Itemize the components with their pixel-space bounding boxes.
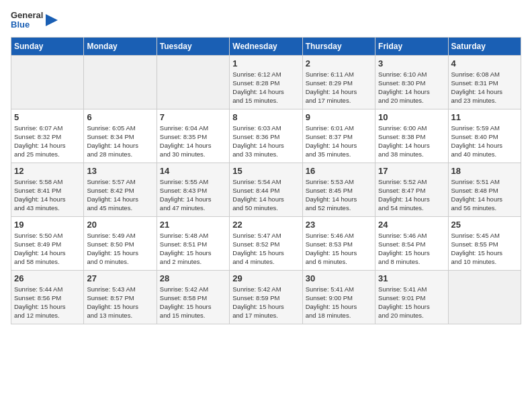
- cell-content: Sunrise: 5:59 AMSunset: 8:40 PMDaylight:…: [451, 124, 518, 159]
- day-number: 12: [14, 166, 81, 176]
- sunrise: Sunrise: 5:58 AM: [14, 178, 62, 185]
- sunset: Sunset: 8:45 PM: [306, 187, 353, 194]
- sunset: Sunset: 8:44 PM: [232, 187, 279, 194]
- calendar-cell: 26Sunrise: 5:44 AMSunset: 8:56 PMDayligh…: [11, 270, 84, 324]
- daylight-minutes: and 6 minutes.: [306, 258, 347, 265]
- cell-content: Sunrise: 5:54 AMSunset: 8:44 PMDaylight:…: [232, 177, 299, 213]
- sunset: Sunset: 8:42 PM: [87, 187, 134, 194]
- calendar-cell: 29Sunrise: 5:42 AMSunset: 8:59 PMDayligh…: [230, 270, 302, 324]
- daylight-label: Daylight: 14 hours: [232, 142, 284, 149]
- daylight-label: Daylight: 15 hours: [306, 249, 357, 257]
- cell-content: Sunrise: 6:05 AMSunset: 8:34 PMDaylight:…: [87, 124, 153, 159]
- day-number: 27: [87, 273, 153, 283]
- calendar-cell: 23Sunrise: 5:46 AMSunset: 8:53 PMDayligh…: [302, 216, 375, 270]
- sunrise: Sunrise: 6:07 AM: [14, 124, 62, 132]
- daylight-minutes: and 45 minutes.: [87, 204, 132, 212]
- day-number: 3: [378, 58, 445, 68]
- daylight-label: Daylight: 15 hours: [87, 303, 138, 310]
- daylight-label: Daylight: 14 hours: [14, 195, 66, 203]
- daylight-label: Daylight: 15 hours: [232, 303, 284, 310]
- daylight-minutes: and 23 minutes.: [451, 97, 497, 104]
- day-number: 24: [378, 220, 445, 230]
- cell-content: Sunrise: 5:44 AMSunset: 8:56 PMDaylight:…: [14, 285, 81, 320]
- cell-content: Sunrise: 5:47 AMSunset: 8:52 PMDaylight:…: [232, 231, 299, 267]
- sunset: Sunset: 8:58 PM: [160, 294, 207, 302]
- sunset: Sunset: 8:49 PM: [14, 240, 61, 248]
- cell-content: Sunrise: 6:04 AMSunset: 8:35 PMDaylight:…: [160, 124, 226, 159]
- sunrise: Sunrise: 5:46 AM: [378, 232, 427, 239]
- daylight-label: Daylight: 14 hours: [160, 142, 212, 149]
- daylight-minutes: and 0 minutes.: [87, 258, 128, 265]
- day-number: 28: [160, 273, 226, 283]
- cell-content: Sunrise: 5:53 AMSunset: 8:45 PMDaylight:…: [306, 177, 372, 213]
- cell-content: Sunrise: 6:08 AMSunset: 8:31 PMDaylight:…: [451, 70, 518, 105]
- daylight-label: Daylight: 14 hours: [160, 195, 212, 203]
- sunrise: Sunrise: 5:46 AM: [306, 232, 354, 239]
- day-header-monday: Monday: [84, 37, 157, 55]
- sunrise: Sunrise: 6:00 AM: [378, 124, 427, 132]
- logo-arrow-icon: [46, 14, 58, 26]
- svg-marker-0: [46, 14, 58, 26]
- daylight-minutes: and 56 minutes.: [451, 204, 497, 212]
- week-row-3: 12Sunrise: 5:58 AMSunset: 8:41 PMDayligh…: [11, 163, 521, 216]
- sunset: Sunset: 8:56 PM: [14, 294, 61, 302]
- calendar-cell: 4Sunrise: 6:08 AMSunset: 8:31 PMDaylight…: [448, 55, 521, 109]
- week-row-2: 5Sunrise: 6:07 AMSunset: 8:32 PMDaylight…: [11, 109, 521, 163]
- daylight-minutes: and 20 minutes.: [378, 97, 424, 104]
- sunset: Sunset: 8:38 PM: [378, 133, 425, 140]
- day-number: 4: [451, 58, 518, 68]
- daylight-minutes: and 38 minutes.: [378, 150, 424, 158]
- cell-content: Sunrise: 5:43 AMSunset: 8:57 PMDaylight:…: [87, 285, 153, 320]
- calendar-cell: 18Sunrise: 5:51 AMSunset: 8:48 PMDayligh…: [448, 163, 521, 216]
- sunrise: Sunrise: 6:10 AM: [378, 71, 427, 78]
- cell-content: Sunrise: 5:45 AMSunset: 8:55 PMDaylight:…: [451, 231, 518, 267]
- daylight-minutes: and 18 minutes.: [306, 312, 351, 319]
- sunset: Sunset: 8:59 PM: [232, 294, 279, 302]
- sunrise: Sunrise: 5:59 AM: [451, 124, 500, 132]
- daylight-label: Daylight: 14 hours: [14, 142, 66, 149]
- day-header-sunday: Sunday: [11, 37, 84, 55]
- calendar-cell: 14Sunrise: 5:55 AMSunset: 8:43 PMDayligh…: [157, 163, 229, 216]
- calendar-cell: 12Sunrise: 5:58 AMSunset: 8:41 PMDayligh…: [11, 163, 84, 216]
- daylight-label: Daylight: 14 hours: [306, 88, 357, 95]
- sunrise: Sunrise: 5:50 AM: [14, 232, 62, 239]
- cell-content: Sunrise: 6:07 AMSunset: 8:32 PMDaylight:…: [14, 124, 81, 159]
- cell-content: Sunrise: 5:50 AMSunset: 8:49 PMDaylight:…: [14, 231, 81, 267]
- sunset: Sunset: 8:51 PM: [160, 240, 207, 248]
- header-row: SundayMondayTuesdayWednesdayThursdayFrid…: [11, 37, 521, 55]
- sunset: Sunset: 8:35 PM: [160, 133, 207, 140]
- cell-content: Sunrise: 5:58 AMSunset: 8:41 PMDaylight:…: [14, 177, 81, 213]
- daylight-minutes: and 28 minutes.: [87, 150, 132, 158]
- sunrise: Sunrise: 5:49 AM: [87, 232, 135, 239]
- cell-content: Sunrise: 6:10 AMSunset: 8:30 PMDaylight:…: [378, 70, 445, 105]
- daylight-label: Daylight: 14 hours: [306, 195, 357, 203]
- daylight-label: Daylight: 15 hours: [160, 249, 212, 257]
- daylight-label: Daylight: 15 hours: [14, 303, 66, 310]
- daylight-label: Daylight: 15 hours: [378, 303, 430, 310]
- sunrise: Sunrise: 5:51 AM: [451, 178, 500, 185]
- day-header-tuesday: Tuesday: [157, 37, 229, 55]
- daylight-minutes: and 25 minutes.: [14, 150, 60, 158]
- daylight-minutes: and 8 minutes.: [378, 258, 420, 265]
- daylight-minutes: and 43 minutes.: [14, 204, 60, 212]
- daylight-label: Daylight: 14 hours: [14, 249, 66, 257]
- cell-content: Sunrise: 5:41 AMSunset: 9:01 PMDaylight:…: [378, 285, 445, 320]
- day-number: 18: [451, 166, 518, 176]
- day-number: 25: [451, 220, 518, 230]
- calendar-cell: 9Sunrise: 6:01 AMSunset: 8:37 PMDaylight…: [302, 109, 375, 163]
- sunrise: Sunrise: 6:11 AM: [306, 71, 354, 78]
- sunset: Sunset: 8:50 PM: [87, 240, 134, 248]
- sunrise: Sunrise: 5:42 AM: [232, 285, 281, 293]
- sunrise: Sunrise: 5:41 AM: [306, 285, 354, 293]
- daylight-label: Daylight: 15 hours: [306, 303, 357, 310]
- calendar-cell: 7Sunrise: 6:04 AMSunset: 8:35 PMDaylight…: [157, 109, 229, 163]
- daylight-label: Daylight: 14 hours: [306, 142, 357, 149]
- sunrise: Sunrise: 5:48 AM: [160, 232, 208, 239]
- daylight-label: Daylight: 14 hours: [378, 88, 430, 95]
- calendar-cell: 11Sunrise: 5:59 AMSunset: 8:40 PMDayligh…: [448, 109, 521, 163]
- day-number: 11: [451, 112, 518, 122]
- day-number: 17: [378, 166, 445, 176]
- day-number: 5: [14, 112, 81, 122]
- daylight-label: Daylight: 15 hours: [87, 249, 138, 257]
- cell-content: Sunrise: 6:01 AMSunset: 8:37 PMDaylight:…: [306, 124, 372, 159]
